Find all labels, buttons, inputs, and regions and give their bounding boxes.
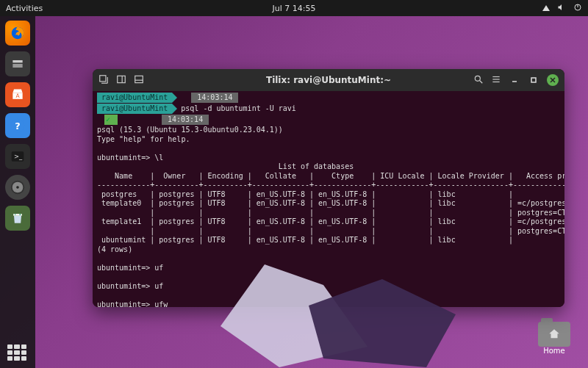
table-row: template1 | postgres | UTF8 | en_US.UTF-… xyxy=(97,217,560,227)
svg-point-20 xyxy=(475,76,480,81)
svg-rect-26 xyxy=(531,78,536,82)
prompt-time: 14:03:14 xyxy=(191,93,238,103)
table-row: | | | | | | | postgres=CTc/postgres xyxy=(97,227,560,237)
split-down-icon[interactable] xyxy=(134,74,144,87)
svg-rect-16 xyxy=(118,76,126,82)
volume-icon[interactable] xyxy=(557,3,566,14)
close-button[interactable] xyxy=(547,74,559,86)
svg-point-11 xyxy=(15,214,16,215)
dock-terminal[interactable]: >_ xyxy=(5,144,30,169)
psql-prompt: ubuntumint=> uf xyxy=(97,282,560,292)
svg-text:A: A xyxy=(15,93,20,99)
dock-files[interactable] xyxy=(5,51,30,76)
desktop-home-folder[interactable]: Home xyxy=(534,322,575,355)
show-applications-button[interactable] xyxy=(7,344,26,361)
svg-point-12 xyxy=(19,214,21,215)
hamburger-menu-icon[interactable] xyxy=(491,74,501,87)
table-title: List of databases xyxy=(97,162,560,172)
table-row: ubuntumint | postgres | UTF8 | en_US.UTF… xyxy=(97,236,560,245)
terminal-line: Type "help" for help. xyxy=(97,135,560,145)
search-icon[interactable] xyxy=(473,74,484,87)
svg-point-10 xyxy=(16,186,19,189)
terminal-line xyxy=(97,254,560,264)
prompt-row: ravi@UbuntuMint 14:03:14 xyxy=(97,93,560,103)
gnome-top-bar: Activities Jul 7 14:55 xyxy=(0,0,588,16)
prompt-user-host: ravi@UbuntuMint xyxy=(97,104,172,114)
maximize-button[interactable] xyxy=(528,74,539,86)
clock[interactable]: Jul 7 14:55 xyxy=(273,4,316,13)
minimize-button[interactable] xyxy=(509,74,520,86)
terminal-line xyxy=(97,144,560,154)
svg-text:>_: >_ xyxy=(14,153,23,160)
dock-firefox[interactable] xyxy=(5,21,30,46)
svg-rect-13 xyxy=(100,75,106,81)
psql-prompt: ubuntumint=> uf xyxy=(97,264,560,273)
prompt-row: ✓ 14:03:14 xyxy=(97,115,560,125)
dock-software[interactable]: A xyxy=(5,82,30,107)
dock-help[interactable]: ? xyxy=(5,113,30,138)
terminal-line xyxy=(97,273,560,282)
dock-disk[interactable] xyxy=(5,175,30,200)
activities-button[interactable]: Activities xyxy=(6,4,43,13)
svg-text:?: ? xyxy=(15,120,20,131)
network-icon[interactable] xyxy=(542,5,550,11)
power-icon[interactable] xyxy=(573,3,582,14)
table-row: template0 | postgres | UTF8 | en_US.UTF-… xyxy=(97,199,560,209)
table-separator: ------------+----------+----------+-----… xyxy=(97,181,560,190)
svg-line-21 xyxy=(480,80,483,83)
table-row: | | | | | | | postgres=CTc/postgres xyxy=(97,209,560,218)
new-session-icon[interactable] xyxy=(98,74,109,87)
terminal-line: psql (15.3 (Ubuntu 15.3-0ubuntu0.23.04.1… xyxy=(97,126,560,135)
split-right-icon[interactable] xyxy=(116,74,126,87)
psql-prompt: ubuntumint=> \l xyxy=(97,154,560,163)
row-count: (4 rows) xyxy=(97,245,560,255)
prompt-user-host: ravi@UbuntuMint xyxy=(97,93,172,103)
dock: A ? >_ xyxy=(0,16,35,368)
prompt-time: 14:03:14 xyxy=(162,115,209,125)
table-header: Name | Owner | Encoding | Collate | Ctyp… xyxy=(97,172,560,181)
table-row: postgres | postgres | UTF8 | en_US.UTF-8… xyxy=(97,190,560,200)
prompt-command: psql -d ubuntumint -U ravi xyxy=(181,104,296,114)
desktop-home-label: Home xyxy=(543,347,565,355)
window-title: Tilix: ravi@UbuntuMint:~ xyxy=(266,75,391,85)
tilix-window: Tilix: ravi@UbuntuMint:~ ravi@UbuntuMint… xyxy=(93,69,564,307)
status-tick-icon: ✓ xyxy=(104,115,118,125)
dock-trash[interactable] xyxy=(5,206,30,231)
window-titlebar[interactable]: Tilix: ravi@UbuntuMint:~ xyxy=(93,69,564,91)
svg-rect-18 xyxy=(135,76,143,82)
prompt-row: ravi@UbuntuMint psql -d ubuntumint -U ra… xyxy=(97,104,560,114)
terminal-content[interactable]: ravi@UbuntuMint 14:03:14 ravi@UbuntuMint… xyxy=(93,91,564,307)
